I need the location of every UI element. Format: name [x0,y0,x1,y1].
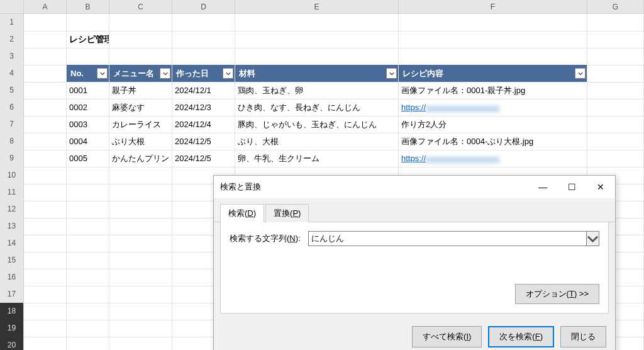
row-header[interactable]: 13 [0,218,24,235]
row-header[interactable]: 15 [0,252,24,269]
cell[interactable] [587,99,644,116]
cell[interactable]: 作った日 [172,65,235,82]
col-header-e[interactable]: E [235,0,399,14]
cell[interactable] [67,218,109,235]
cell[interactable] [24,14,67,31]
cell[interactable] [587,14,644,31]
tab-find[interactable]: 検索(D) [220,204,264,222]
cell[interactable] [109,337,172,350]
cell[interactable] [399,31,587,48]
cell[interactable] [24,82,67,99]
cell[interactable] [24,48,67,65]
cell[interactable] [172,14,235,31]
find-all-button[interactable]: すべて検索(I) [412,326,482,347]
cell[interactable] [235,14,399,31]
cell[interactable] [67,184,109,201]
cell[interactable]: カレーライス [109,116,172,133]
cell[interactable] [109,184,172,201]
cell[interactable] [109,303,172,320]
cell[interactable] [587,82,644,99]
cell[interactable] [24,269,67,286]
cell[interactable]: 親子丼 [109,82,172,99]
cell[interactable] [67,235,109,252]
row-header[interactable]: 3 [0,48,24,65]
cell[interactable]: 2024/12/1 [172,82,235,99]
cell[interactable] [24,235,67,252]
cell[interactable] [24,31,67,48]
col-header-g[interactable]: G [587,0,644,14]
cell[interactable] [24,201,67,218]
cell[interactable] [399,14,587,31]
row-header[interactable]: 2 [0,31,24,48]
cell[interactable] [235,48,399,65]
cell[interactable]: 豚肉、じゃがいも、玉ねぎ、にんじん [235,116,399,133]
row-header[interactable]: 17 [0,286,24,303]
cell[interactable] [24,167,67,184]
row-header[interactable]: 7 [0,116,24,133]
cell[interactable]: 0005 [67,150,109,167]
cell[interactable] [24,252,67,269]
cell[interactable] [67,252,109,269]
cell[interactable] [24,337,67,350]
cell[interactable] [109,31,172,48]
minimize-button[interactable]: — [528,176,557,198]
cell[interactable]: ぶり大根 [109,133,172,150]
filter-dropdown[interactable] [575,68,586,79]
cell[interactable] [24,150,67,167]
cell[interactable] [109,218,172,235]
cell[interactable] [587,31,644,48]
col-header-b[interactable]: B [67,0,109,14]
maximize-button[interactable]: ☐ [557,176,586,198]
col-header-f[interactable]: F [399,0,587,14]
cell[interactable] [67,337,109,350]
cell[interactable]: 作り方2人分 [399,116,587,133]
cell[interactable]: ひき肉、なす、長ねぎ、にんじん [235,99,399,116]
cell[interactable]: 2024/12/5 [172,150,235,167]
cell[interactable]: 鶏肉、玉ねぎ、卵 [235,82,399,99]
cell[interactable] [235,31,399,48]
cell[interactable]: 0004 [67,133,109,150]
col-header-d[interactable]: D [172,0,235,14]
row-header[interactable]: 1 [0,14,24,31]
cell[interactable] [24,133,67,150]
col-header-a[interactable]: A [24,0,67,14]
row-header[interactable]: 16 [0,269,24,286]
cell[interactable] [67,320,109,337]
filter-dropdown[interactable] [223,68,233,79]
cell[interactable] [24,184,67,201]
cell[interactable]: メニュー名 [109,65,172,82]
cell[interactable]: 0001 [67,82,109,99]
find-input[interactable] [308,231,587,246]
row-header[interactable]: 10 [0,167,24,184]
cell[interactable]: 2024/12/4 [172,116,235,133]
col-header-c[interactable]: C [109,0,172,14]
cell[interactable]: ぶり、大根 [235,133,399,150]
row-header[interactable]: 6 [0,99,24,116]
row-header[interactable]: 12 [0,201,24,218]
cell[interactable] [24,99,67,116]
cell[interactable] [109,269,172,286]
cell[interactable] [67,167,109,184]
cell[interactable]: 麻婆なす [109,99,172,116]
cell[interactable]: 材料 [235,65,399,82]
cell[interactable] [109,14,172,31]
cell[interactable] [587,133,644,150]
cell[interactable] [24,218,67,235]
cell[interactable] [24,116,67,133]
cell[interactable] [67,14,109,31]
row-header[interactable]: 19 [0,320,24,337]
select-all-corner[interactable] [0,0,24,14]
cell[interactable] [24,286,67,303]
cell[interactable] [24,303,67,320]
cell[interactable] [109,286,172,303]
cell[interactable] [109,167,172,184]
row-header[interactable]: 4 [0,65,24,82]
cell[interactable]: 卵、牛乳、生クリーム [235,150,399,167]
filter-dropdown[interactable] [160,68,170,79]
cell[interactable]: レシピ内容 [399,65,587,82]
cell[interactable] [67,303,109,320]
cell[interactable] [109,48,172,65]
cell[interactable]: 0003 [67,116,109,133]
tab-replace[interactable]: 置換(P) [265,204,309,222]
cell[interactable] [109,320,172,337]
